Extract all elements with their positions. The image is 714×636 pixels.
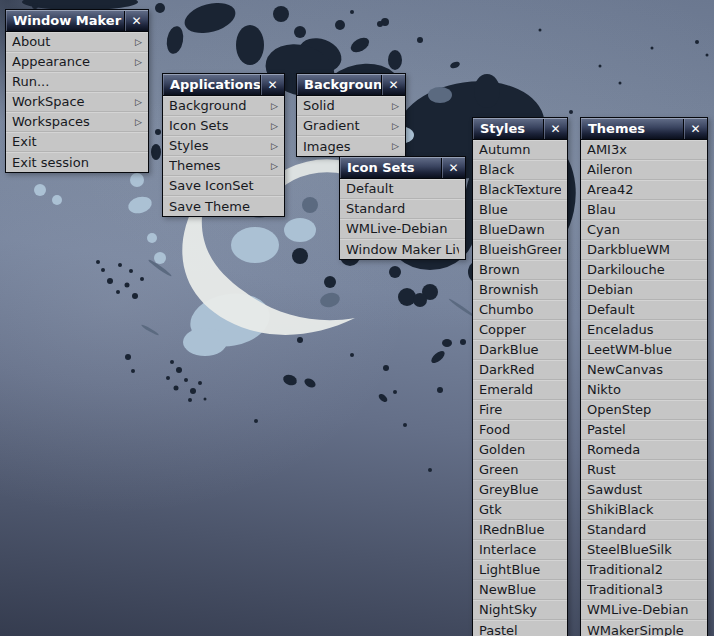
menu-item-default[interactable]: Default: [340, 179, 465, 199]
menu-item-label: Sawdust: [587, 482, 701, 497]
close-icon: ✕: [388, 75, 398, 95]
menu-item-chumbo[interactable]: Chumbo: [473, 300, 567, 320]
menu-item-lightblue[interactable]: LightBlue: [473, 560, 567, 580]
menu-item-pastel[interactable]: Pastel: [473, 620, 567, 636]
menu-item-blueishgreen[interactable]: BlueishGreen: [473, 240, 567, 260]
styles-titlebar[interactable]: Styles ✕: [473, 118, 567, 139]
menu-item-save-theme[interactable]: Save Theme: [163, 196, 284, 216]
menu-item-label: Workspaces: [12, 114, 131, 129]
menu-item-copper[interactable]: Copper: [473, 320, 567, 340]
menu-item-blue[interactable]: Blue: [473, 200, 567, 220]
menu-item-run-[interactable]: Run...: [6, 72, 148, 92]
menu-item-darkilouche[interactable]: Darkilouche: [581, 260, 707, 280]
menu-item-label: DarkblueWM: [587, 242, 701, 257]
menu-item-save-iconset[interactable]: Save IconSet: [163, 176, 284, 196]
menu-item-about[interactable]: About▷: [6, 32, 148, 52]
menu-item-autumn[interactable]: Autumn: [473, 140, 567, 160]
menu-item-label: DarkBlue: [479, 342, 561, 357]
menu-items: AutumnBlackBlackTextureBlueBlueDawnBluei…: [473, 139, 567, 636]
menu-item-newcanvas[interactable]: NewCanvas: [581, 360, 707, 380]
menu-item-label: NewCanvas: [587, 362, 701, 377]
menu-item-black[interactable]: Black: [473, 160, 567, 180]
menu-item-wmlive-debian[interactable]: WMLive-Debian: [581, 600, 707, 620]
menu-item-traditional2[interactable]: Traditional2: [581, 560, 707, 580]
menu-item-debian[interactable]: Debian: [581, 280, 707, 300]
submenu-arrow-icon: ▷: [131, 117, 142, 127]
close-button[interactable]: ✕: [441, 158, 465, 178]
menu-item-steelbluesilk[interactable]: SteelBlueSilk: [581, 540, 707, 560]
menu-item-pastel[interactable]: Pastel: [581, 420, 707, 440]
menu-item-label: WMakerSimple: [587, 623, 701, 636]
applications-titlebar[interactable]: Applications ✕: [163, 74, 284, 95]
menu-item-gtk[interactable]: Gtk: [473, 500, 567, 520]
icon-sets-titlebar[interactable]: Icon Sets ✕: [340, 157, 465, 178]
menu-item-irednblue[interactable]: IRednBlue: [473, 520, 567, 540]
close-icon: ✕: [448, 158, 458, 178]
menu-item-bluedawn[interactable]: BlueDawn: [473, 220, 567, 240]
menu-item-default[interactable]: Default: [581, 300, 707, 320]
menu-item-solid[interactable]: Solid▷: [297, 96, 405, 116]
menu-item-golden[interactable]: Golden: [473, 440, 567, 460]
menu-item-styles[interactable]: Styles▷: [163, 136, 284, 156]
close-button[interactable]: ✕: [260, 75, 284, 95]
menu-item-appearance[interactable]: Appearance▷: [6, 52, 148, 72]
menu-item-label: Exit: [12, 134, 142, 149]
menu-item-blacktexture[interactable]: BlackTexture: [473, 180, 567, 200]
menu-item-traditional3[interactable]: Traditional3: [581, 580, 707, 600]
menu-item-nikto[interactable]: Nikto: [581, 380, 707, 400]
menu-item-darkbluewm[interactable]: DarkblueWM: [581, 240, 707, 260]
menu-item-gradient[interactable]: Gradient▷: [297, 116, 405, 136]
menu-item-label: Pastel: [587, 422, 701, 437]
menu-item-background[interactable]: Background▷: [163, 96, 284, 116]
menu-item-wmakersimple[interactable]: WMakerSimple: [581, 620, 707, 636]
menu-item-darkred[interactable]: DarkRed: [473, 360, 567, 380]
menu-item-wmlive-debian[interactable]: WMLive-Debian: [340, 219, 465, 239]
menu-item-emerald[interactable]: Emerald: [473, 380, 567, 400]
menu-item-brown[interactable]: Brown: [473, 260, 567, 280]
menu-item-romeda[interactable]: Romeda: [581, 440, 707, 460]
menu-item-newblue[interactable]: NewBlue: [473, 580, 567, 600]
menu-item-label: WorkSpace: [12, 94, 131, 109]
menu-item-workspace[interactable]: WorkSpace▷: [6, 92, 148, 112]
menu-item-cyan[interactable]: Cyan: [581, 220, 707, 240]
menu-item-standard[interactable]: Standard: [581, 520, 707, 540]
menu-item-icon-sets[interactable]: Icon Sets▷: [163, 116, 284, 136]
menu-item-shikiblack[interactable]: ShikiBlack: [581, 500, 707, 520]
close-button[interactable]: ✕: [381, 75, 405, 95]
window-maker-titlebar[interactable]: Window Maker ✕: [6, 10, 148, 31]
menu-item-workspaces[interactable]: Workspaces▷: [6, 112, 148, 132]
menu-item-aileron[interactable]: Aileron: [581, 160, 707, 180]
menu-item-enceladus[interactable]: Enceladus: [581, 320, 707, 340]
menu-item-food[interactable]: Food: [473, 420, 567, 440]
menu-item-nightsky[interactable]: NightSky: [473, 600, 567, 620]
close-button[interactable]: ✕: [683, 119, 707, 139]
close-button[interactable]: ✕: [124, 11, 148, 31]
menu-item-fire[interactable]: Fire: [473, 400, 567, 420]
menu-item-window-maker-live[interactable]: Window Maker Live: [340, 239, 465, 259]
menu-item-label: OpenStep: [587, 402, 701, 417]
menu-item-darkblue[interactable]: DarkBlue: [473, 340, 567, 360]
menu-item-themes[interactable]: Themes▷: [163, 156, 284, 176]
menu-item-sawdust[interactable]: Sawdust: [581, 480, 707, 500]
background-titlebar[interactable]: Background ✕: [297, 74, 405, 95]
menu-item-greyblue[interactable]: GreyBlue: [473, 480, 567, 500]
menu-item-exit-session[interactable]: Exit session: [6, 152, 148, 172]
menu-item-blau[interactable]: Blau: [581, 200, 707, 220]
menu-items: Solid▷Gradient▷Images▷: [297, 95, 405, 156]
menu-item-images[interactable]: Images▷: [297, 136, 405, 156]
menu-item-area42[interactable]: Area42: [581, 180, 707, 200]
menu-item-standard[interactable]: Standard: [340, 199, 465, 219]
submenu-arrow-icon: ▷: [267, 161, 278, 171]
menu-item-ami3x[interactable]: AMI3x: [581, 140, 707, 160]
themes-titlebar[interactable]: Themes ✕: [581, 118, 707, 139]
menu-item-interlace[interactable]: Interlace: [473, 540, 567, 560]
menu-item-openstep[interactable]: OpenStep: [581, 400, 707, 420]
menu-item-rust[interactable]: Rust: [581, 460, 707, 480]
menu-item-label: Save Theme: [169, 199, 278, 214]
menu-item-brownish[interactable]: Brownish: [473, 280, 567, 300]
menu-item-exit[interactable]: Exit: [6, 132, 148, 152]
menu-item-leetwm-blue[interactable]: LeetWM-blue: [581, 340, 707, 360]
close-button[interactable]: ✕: [543, 119, 567, 139]
menu-item-label: Cyan: [587, 222, 701, 237]
menu-item-green[interactable]: Green: [473, 460, 567, 480]
